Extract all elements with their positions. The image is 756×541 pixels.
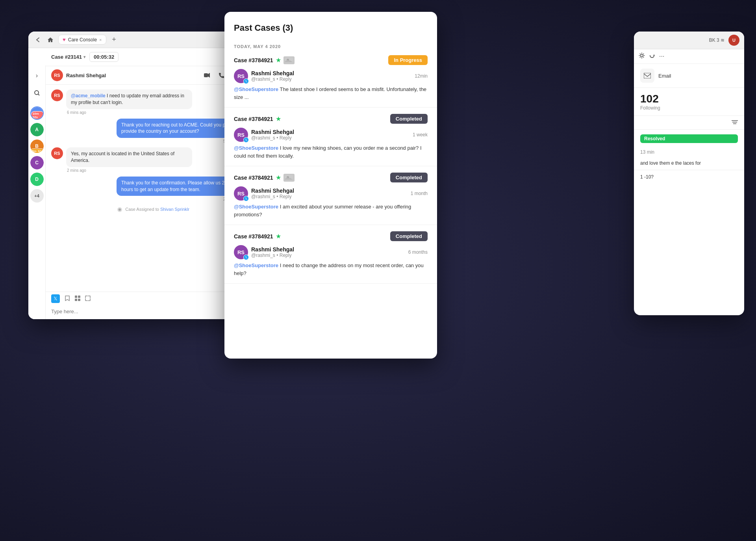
svg-rect-17 [644,73,651,78]
person-info: RS 𝕏 Rashmi Shehgal @rashmi_s • Reply [234,128,294,142]
date-section-label: TODAY, MAY 4 2020 [224,44,437,49]
twitter-source-icon: 𝕏 [243,78,249,84]
person-handle: @rashmi_s • Reply [251,135,294,141]
snippet-text: and love them e the laces for [640,160,701,166]
case-preview: @ShoeSuperstore The latest shoe I ordere… [234,86,428,101]
settings-icon[interactable] [639,52,645,60]
case-time: 1 month [411,191,428,196]
star-icon: ★ [276,174,281,181]
case-number[interactable]: Case #23141 ▾ [51,54,85,60]
case-card-header: Case #3784921 ★ In Progress [234,55,428,65]
message-avatar: RS [51,89,63,101]
person-name: Rashmi Shehgal [251,70,294,76]
add-tab-button[interactable]: + [109,35,119,45]
twitter-channel-icon: 𝕏 [51,294,60,303]
contact-name: Rashmi Shehgal [66,73,198,78]
message-text: Thank you for reaching out to ACME. Coul… [117,119,243,138]
status-badge: Completed [390,231,428,241]
case-preview: @ShoeSuperstore I love my new hiking sho… [234,144,428,160]
svg-rect-9 [75,299,77,301]
message-input[interactable] [51,309,233,314]
following-label: Following [640,105,738,111]
svg-rect-10 [78,299,80,301]
person-name: Rashmi Shehgal [251,246,294,253]
bookmark-icon[interactable] [65,295,70,303]
status-badge: Completed [390,173,428,182]
following-stats: 102 Following [634,88,744,116]
layout-icon[interactable] [75,296,80,302]
message-avatar: RS [51,147,63,159]
image-thumbnail [284,56,295,64]
home-button[interactable] [46,35,55,45]
twitter-source-icon: 𝕏 [243,137,249,143]
twitter-source-icon: 𝕏 [243,196,249,201]
person-details: Rashmi Shehgal @rashmi_s • Reply [251,70,294,82]
status-badge: Completed [390,114,428,124]
conversation-item-5[interactable]: D [30,173,44,186]
case-card: Case #3784921 ★ Completed RS 𝕏 Rashmi Sh… [224,108,437,166]
case-id-row: Case #3784921 ★ [234,56,295,64]
case-id: Case #3784921 [234,116,273,122]
svg-point-6 [119,208,121,211]
mention-tag: @acme_mobile [71,93,106,99]
email-icon [640,69,654,83]
svg-point-15 [641,54,643,57]
conversation-item-1[interactable]: R 10m 32s [30,106,44,120]
case-person-row: RS 𝕏 Rashmi Shehgal @rashmi_s • Reply 12… [234,69,428,83]
conversation-item-2[interactable]: A [30,123,44,136]
resolved-badge: Resolved [640,134,738,143]
expand-icon[interactable] [85,296,91,302]
message-text: Yes, my account is located in the United… [66,147,192,167]
mention-tag: @ShoeSuperstore [234,86,278,92]
person-avatar: RS 𝕏 [234,245,248,259]
system-text: Case Assigned to Shivan Sprinklr [125,207,189,212]
video-call-button[interactable] [202,70,213,81]
case-card: Case #3784921 ★ Completed RS 𝕏 Rashmi Sh… [224,166,437,225]
back-button[interactable] [33,35,43,45]
case-id-row: Case #3784921 ★ [234,232,281,240]
person-info: RS 𝕏 Rashmi Shehgal @rashmi_s • Reply [234,245,294,259]
svg-marker-16 [653,54,655,56]
conversation-item-3[interactable]: B 5m 32s [30,139,44,153]
case-preview: @ShoeSuperstore I am excited about your … [234,203,428,218]
svg-line-1 [38,94,39,95]
cases-list: Case #3784921 ★ In Progress RS 𝕏 Rashmi … [224,49,437,359]
past-cases-panel: Past Cases (3) TODAY, MAY 4 2020 Case #3… [224,12,437,359]
svg-point-0 [35,91,39,95]
contact-avatar: RS [51,69,63,81]
avatar-list: R 10m 32s A B 5m 32s C D +4 [30,106,44,203]
case-time: 12min [415,73,428,79]
message-snippet-1: and love them e the laces for [634,156,744,170]
user-avatar: U [728,35,739,46]
timer-badge-3: 5m 32s [30,149,43,153]
refresh-icon[interactable] [649,52,655,60]
email-label: Email [658,73,671,79]
case-time: 1 week [413,132,428,138]
person-handle: @rashmi_s • Reply [251,194,294,199]
person-name: Rashmi Shehgal [251,188,294,194]
email-row: Email [634,64,744,88]
person-avatar: RS 𝕏 [234,186,248,201]
person-details: Rashmi Shehgal @rashmi_s • Reply [251,188,294,199]
person-avatar: RS 𝕏 [234,69,248,83]
fr-toolbar: ··· [634,49,744,64]
tab-label: Care Console [68,37,97,43]
assignee-name: Shivan Sprinklr [160,207,189,212]
more-conversations-button[interactable]: +4 [30,189,44,203]
tab-close-button[interactable]: × [99,37,102,42]
case-timer: 00:05:32 [89,52,119,62]
message-text: Thank you for the confirmation. Please a… [117,177,243,196]
conversation-item-4[interactable]: C [30,156,44,169]
expand-icon[interactable]: › [32,70,43,81]
svg-rect-8 [78,296,80,298]
heart-icon: ♥ [63,37,66,43]
person-info: RS 𝕏 Rashmi Shehgal @rashmi_s • Reply [234,186,294,201]
more-options-icon[interactable]: ··· [659,53,664,60]
filter-icon[interactable] [732,119,738,126]
care-console-tab[interactable]: ♥ Care Console × [58,35,106,45]
search-icon[interactable] [32,87,43,99]
svg-marker-3 [208,73,210,78]
conversation-sidebar: › R 10m 32s A B 5m 32s C [28,65,46,319]
mention-tag: @ShoeSuperstore [234,262,278,268]
case-id-row: Case #3784921 ★ [234,115,281,123]
